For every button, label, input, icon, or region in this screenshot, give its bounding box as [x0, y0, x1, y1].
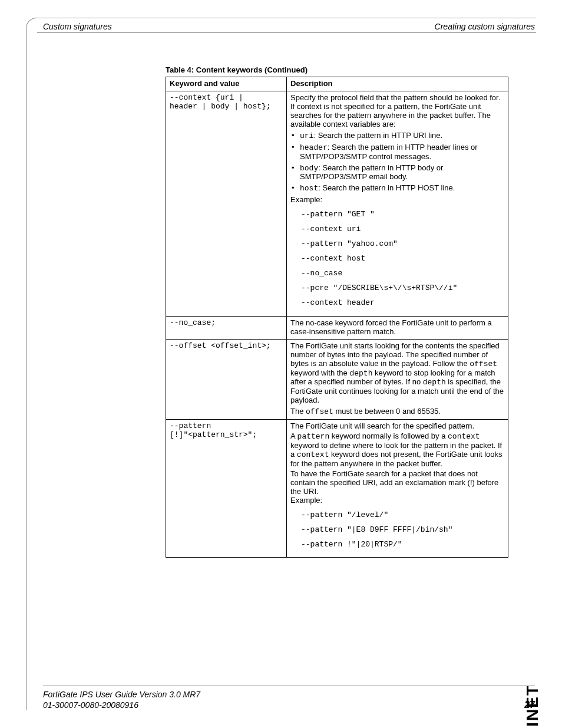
example-label: Example: [290, 496, 504, 505]
list-item: uri: Search the pattern in HTTP URI line… [290, 131, 504, 141]
page-frame: Custom signatures Creating custom signat… [26, 18, 536, 710]
desc-offset: The FortiGate unit starts looking for th… [287, 339, 508, 420]
page-number: 27 [524, 700, 535, 710]
footer-docid: 01-30007-0080-20080916 [43, 700, 200, 711]
kw-offset: --offset <offset_int>; [166, 339, 287, 420]
desc-context: Specify the protocol field that the patt… [287, 91, 508, 316]
header-right: Creating custom signatures [435, 22, 535, 31]
list-item: body: Search the pattern in HTTP body or… [290, 164, 504, 182]
table-header-row: Keyword and value Description [166, 77, 508, 91]
footer-lines: FortiGate IPS User Guide Version 3.0 MR7… [43, 690, 200, 710]
page-footer: FortiGate IPS User Guide Version 3.0 MR7… [43, 686, 535, 710]
table-caption: Table 4: Content keywords (Continued) [166, 65, 508, 74]
col-description: Description [287, 77, 508, 91]
example-block: --pattern "/level/" --pattern "|E8 D9FF … [301, 511, 504, 549]
table-row: --offset <offset_int>; The FortiGate uni… [166, 339, 508, 420]
kw-no-case: --no_case; [166, 316, 287, 339]
list-item: header: Search the pattern in HTTP heade… [290, 143, 504, 162]
desc-pattern: The FortiGate unit will search for the s… [287, 420, 508, 558]
content-keywords-table: Keyword and value Description --context … [166, 77, 508, 558]
col-keyword: Keyword and value [166, 77, 287, 91]
footer-title: FortiGate IPS User Guide Version 3.0 MR7 [43, 690, 200, 700]
desc-no-case: The no-case keyword forced the FortiGate… [287, 316, 508, 339]
example-label: Example: [290, 196, 504, 205]
context-variable-list: uri: Search the pattern in HTTP URI line… [290, 131, 504, 194]
kw-pattern: --pattern [!]"<pattern_str>"; [166, 420, 287, 558]
example-block: --pattern "GET " --context uri --pattern… [301, 210, 504, 308]
kw-context: --context {uri | header | body | host}; [166, 91, 287, 316]
header-rule [37, 32, 536, 33]
header-left: Custom signatures [43, 22, 112, 31]
table-row: --no_case; The no-case keyword forced th… [166, 316, 508, 339]
content-area: Table 4: Content keywords (Continued) Ke… [166, 65, 508, 558]
table-row: --context {uri | header | body | host}; … [166, 91, 508, 316]
list-item: host: Search the pattern in HTTP HOST li… [290, 184, 504, 193]
table-row: --pattern [!]"<pattern_str>"; The FortiG… [166, 420, 508, 558]
